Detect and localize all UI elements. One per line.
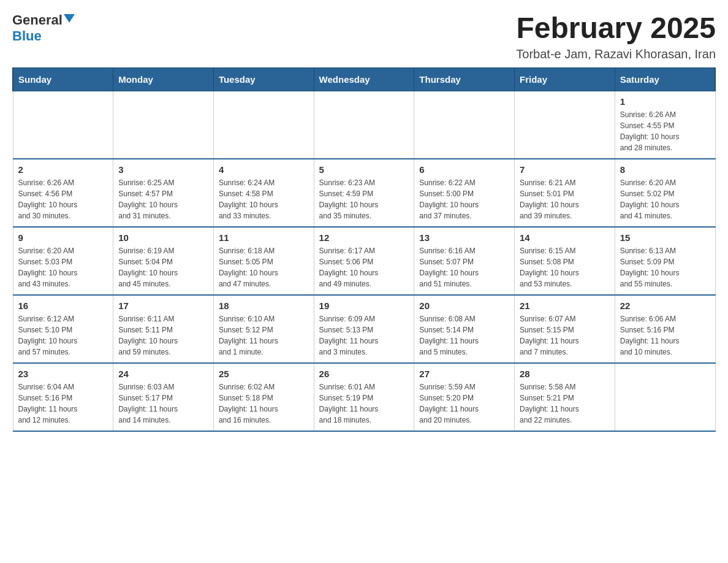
- day-info: Sunrise: 6:03 AMSunset: 5:17 PMDaylight:…: [118, 381, 208, 426]
- calendar-cell: [414, 91, 515, 159]
- day-number: 6: [419, 164, 509, 175]
- day-number: 11: [219, 232, 309, 243]
- day-info: Sunrise: 6:17 AMSunset: 5:06 PMDaylight:…: [319, 245, 409, 289]
- weekday-header-friday: Friday: [515, 67, 615, 91]
- day-info: Sunrise: 6:12 AMSunset: 5:10 PMDaylight:…: [18, 313, 108, 358]
- day-number: 19: [319, 301, 409, 311]
- calendar-cell: 18Sunrise: 6:10 AMSunset: 5:12 PMDayligh…: [213, 295, 314, 363]
- calendar-cell: 19Sunrise: 6:09 AMSunset: 5:13 PMDayligh…: [314, 295, 414, 363]
- day-info: Sunrise: 6:23 AMSunset: 4:59 PMDaylight:…: [319, 177, 409, 221]
- day-info: Sunrise: 6:08 AMSunset: 5:14 PMDaylight:…: [419, 313, 509, 358]
- calendar-cell: 27Sunrise: 5:59 AMSunset: 5:20 PMDayligh…: [414, 363, 515, 431]
- calendar-cell: [13, 91, 113, 159]
- day-number: 18: [219, 301, 309, 311]
- day-info: Sunrise: 6:20 AMSunset: 5:02 PMDaylight:…: [620, 177, 710, 221]
- calendar-cell: 2Sunrise: 6:26 AMSunset: 4:56 PMDaylight…: [13, 159, 113, 227]
- calendar-cell: 24Sunrise: 6:03 AMSunset: 5:17 PMDayligh…: [113, 363, 214, 431]
- day-number: 25: [219, 369, 309, 379]
- calendar-cell: 22Sunrise: 6:06 AMSunset: 5:16 PMDayligh…: [615, 295, 715, 363]
- day-info: Sunrise: 6:07 AMSunset: 5:15 PMDaylight:…: [520, 313, 610, 358]
- weekday-header-thursday: Thursday: [414, 67, 515, 91]
- calendar-cell: 13Sunrise: 6:16 AMSunset: 5:07 PMDayligh…: [414, 227, 515, 295]
- day-number: 12: [319, 232, 409, 243]
- day-info: Sunrise: 6:26 AMSunset: 4:56 PMDaylight:…: [18, 177, 108, 221]
- calendar-week-row: 23Sunrise: 6:04 AMSunset: 5:16 PMDayligh…: [13, 363, 715, 431]
- calendar-week-row: 1Sunrise: 6:26 AMSunset: 4:55 PMDaylight…: [13, 91, 715, 159]
- calendar-cell: 12Sunrise: 6:17 AMSunset: 5:06 PMDayligh…: [314, 227, 414, 295]
- calendar-body: 1Sunrise: 6:26 AMSunset: 4:55 PMDaylight…: [13, 91, 715, 431]
- calendar-week-row: 16Sunrise: 6:12 AMSunset: 5:10 PMDayligh…: [13, 295, 715, 363]
- day-number: 24: [118, 369, 208, 379]
- calendar-cell: 28Sunrise: 5:58 AMSunset: 5:21 PMDayligh…: [515, 363, 615, 431]
- day-number: 7: [520, 164, 610, 175]
- calendar-cell: [314, 91, 414, 159]
- day-number: 5: [319, 164, 409, 175]
- calendar-cell: 9Sunrise: 6:20 AMSunset: 5:03 PMDaylight…: [13, 227, 113, 295]
- day-info: Sunrise: 6:06 AMSunset: 5:16 PMDaylight:…: [620, 313, 710, 358]
- calendar-cell: 8Sunrise: 6:20 AMSunset: 5:02 PMDaylight…: [615, 159, 715, 227]
- calendar-header: SundayMondayTuesdayWednesdayThursdayFrid…: [13, 67, 715, 91]
- weekday-header-sunday: Sunday: [13, 67, 113, 91]
- day-number: 10: [118, 232, 208, 243]
- page-header: General Blue February 2025 Torbat-e Jam,…: [12, 12, 716, 61]
- day-info: Sunrise: 6:21 AMSunset: 5:01 PMDaylight:…: [520, 177, 610, 221]
- location-subtitle: Torbat-e Jam, Razavi Khorasan, Iran: [516, 47, 716, 61]
- weekday-header-row: SundayMondayTuesdayWednesdayThursdayFrid…: [13, 67, 715, 91]
- logo-triangle-icon: [64, 14, 75, 25]
- day-number: 13: [419, 232, 509, 243]
- calendar-cell: 23Sunrise: 6:04 AMSunset: 5:16 PMDayligh…: [13, 363, 113, 431]
- logo: General Blue: [12, 12, 75, 44]
- day-number: 2: [18, 164, 108, 175]
- calendar-cell: 26Sunrise: 6:01 AMSunset: 5:19 PMDayligh…: [314, 363, 414, 431]
- calendar-cell: 17Sunrise: 6:11 AMSunset: 5:11 PMDayligh…: [113, 295, 214, 363]
- day-info: Sunrise: 6:26 AMSunset: 4:55 PMDaylight:…: [620, 109, 710, 153]
- day-number: 20: [419, 301, 509, 311]
- day-number: 17: [118, 301, 208, 311]
- weekday-header-saturday: Saturday: [615, 67, 715, 91]
- day-number: 26: [319, 369, 409, 379]
- calendar-cell: 4Sunrise: 6:24 AMSunset: 4:58 PMDaylight…: [213, 159, 314, 227]
- day-number: 15: [620, 232, 710, 243]
- calendar-table: SundayMondayTuesdayWednesdayThursdayFrid…: [12, 67, 716, 432]
- day-number: 9: [18, 232, 108, 243]
- day-number: 21: [520, 301, 610, 311]
- day-info: Sunrise: 5:58 AMSunset: 5:21 PMDaylight:…: [520, 381, 610, 426]
- calendar-cell: 20Sunrise: 6:08 AMSunset: 5:14 PMDayligh…: [414, 295, 515, 363]
- day-info: Sunrise: 5:59 AMSunset: 5:20 PMDaylight:…: [419, 381, 509, 426]
- day-info: Sunrise: 6:13 AMSunset: 5:09 PMDaylight:…: [620, 245, 710, 289]
- calendar-cell: [213, 91, 314, 159]
- calendar-cell: 7Sunrise: 6:21 AMSunset: 5:01 PMDaylight…: [515, 159, 615, 227]
- day-info: Sunrise: 6:04 AMSunset: 5:16 PMDaylight:…: [18, 381, 108, 426]
- calendar-cell: 14Sunrise: 6:15 AMSunset: 5:08 PMDayligh…: [515, 227, 615, 295]
- svg-marker-0: [64, 14, 75, 23]
- calendar-cell: 25Sunrise: 6:02 AMSunset: 5:18 PMDayligh…: [213, 363, 314, 431]
- day-info: Sunrise: 6:18 AMSunset: 5:05 PMDaylight:…: [219, 245, 309, 289]
- day-info: Sunrise: 6:09 AMSunset: 5:13 PMDaylight:…: [319, 313, 409, 358]
- calendar-cell: 15Sunrise: 6:13 AMSunset: 5:09 PMDayligh…: [615, 227, 715, 295]
- day-info: Sunrise: 6:02 AMSunset: 5:18 PMDaylight:…: [219, 381, 309, 426]
- calendar-week-row: 9Sunrise: 6:20 AMSunset: 5:03 PMDaylight…: [13, 227, 715, 295]
- title-section: February 2025 Torbat-e Jam, Razavi Khora…: [516, 12, 716, 61]
- calendar-cell: 11Sunrise: 6:18 AMSunset: 5:05 PMDayligh…: [213, 227, 314, 295]
- calendar-cell: 21Sunrise: 6:07 AMSunset: 5:15 PMDayligh…: [515, 295, 615, 363]
- day-info: Sunrise: 6:16 AMSunset: 5:07 PMDaylight:…: [419, 245, 509, 289]
- calendar-week-row: 2Sunrise: 6:26 AMSunset: 4:56 PMDaylight…: [13, 159, 715, 227]
- day-number: 1: [620, 96, 710, 107]
- weekday-header-wednesday: Wednesday: [314, 67, 414, 91]
- weekday-header-tuesday: Tuesday: [213, 67, 314, 91]
- calendar-cell: 5Sunrise: 6:23 AMSunset: 4:59 PMDaylight…: [314, 159, 414, 227]
- day-info: Sunrise: 6:15 AMSunset: 5:08 PMDaylight:…: [520, 245, 610, 289]
- day-info: Sunrise: 6:19 AMSunset: 5:04 PMDaylight:…: [118, 245, 208, 289]
- day-number: 8: [620, 164, 710, 175]
- day-info: Sunrise: 6:11 AMSunset: 5:11 PMDaylight:…: [118, 313, 208, 358]
- calendar-cell: 6Sunrise: 6:22 AMSunset: 5:00 PMDaylight…: [414, 159, 515, 227]
- calendar-cell: [113, 91, 214, 159]
- calendar-cell: [615, 363, 715, 431]
- day-number: 14: [520, 232, 610, 243]
- calendar-cell: 16Sunrise: 6:12 AMSunset: 5:10 PMDayligh…: [13, 295, 113, 363]
- day-info: Sunrise: 6:24 AMSunset: 4:58 PMDaylight:…: [219, 177, 309, 221]
- logo-blue-text: Blue: [12, 28, 42, 44]
- calendar-cell: 10Sunrise: 6:19 AMSunset: 5:04 PMDayligh…: [113, 227, 214, 295]
- day-info: Sunrise: 6:10 AMSunset: 5:12 PMDaylight:…: [219, 313, 309, 358]
- day-info: Sunrise: 6:25 AMSunset: 4:57 PMDaylight:…: [118, 177, 208, 221]
